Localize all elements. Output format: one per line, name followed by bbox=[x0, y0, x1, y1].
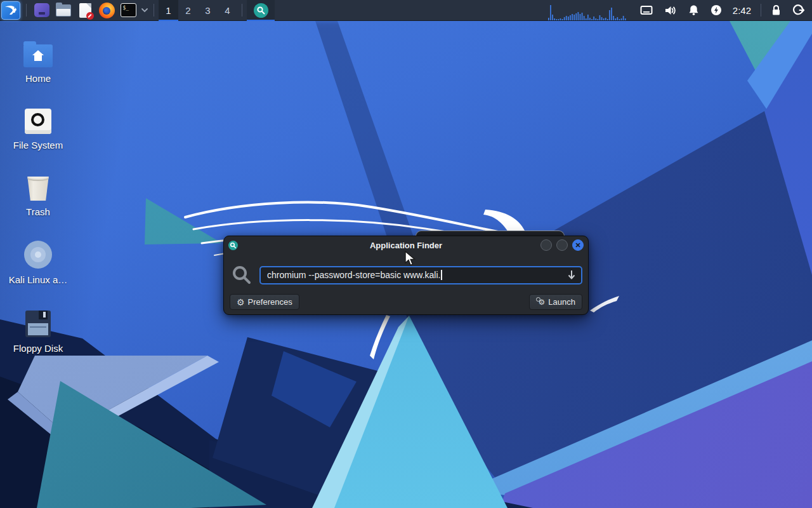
floppy-label-area bbox=[28, 323, 48, 335]
kali-desktop: Home File System Trash Kali Linux a… Flo… bbox=[0, 0, 812, 508]
panel-separator bbox=[761, 4, 761, 17]
workspace-button-4[interactable]: 4 bbox=[218, 0, 237, 21]
preferences-label: Preferences bbox=[248, 297, 292, 307]
search-input[interactable]: chromium --password-store=basic www.kali… bbox=[259, 266, 582, 284]
desktop-icon-label: Trash bbox=[26, 206, 50, 217]
launch-label: Launch bbox=[548, 297, 575, 307]
logout-button[interactable] bbox=[792, 4, 804, 17]
top-panel: $_ 1 2 3 4 bbox=[0, 0, 812, 21]
launcher-files-app[interactable] bbox=[32, 1, 51, 20]
house-glyph bbox=[23, 44, 53, 67]
launch-icon: ⚙ bbox=[536, 298, 546, 306]
desktop-icon-label: File System bbox=[13, 140, 63, 150]
power-icon bbox=[710, 4, 722, 16]
edit-badge bbox=[86, 12, 94, 20]
power-manager-indicator[interactable] bbox=[710, 4, 722, 16]
desktop-icon-label: Floppy Disk bbox=[13, 343, 63, 354]
terminal-icon: $_ bbox=[121, 3, 136, 17]
application-finder-window: Application Finder ✕ chromium --password… bbox=[223, 236, 589, 315]
desktop-icon-label: Kali Linux a… bbox=[9, 274, 68, 285]
lock-screen-button[interactable] bbox=[771, 4, 781, 16]
workspace-button-1[interactable]: 1 bbox=[159, 0, 178, 21]
floppy-icon bbox=[25, 311, 51, 337]
logout-icon bbox=[792, 4, 804, 17]
desktop-icon-label: Home bbox=[25, 73, 51, 84]
launch-button[interactable]: ⚙ Launch bbox=[529, 294, 582, 310]
volume-indicator[interactable] bbox=[664, 5, 677, 16]
floppy-shutter bbox=[39, 311, 48, 319]
launcher-file-manager[interactable] bbox=[54, 1, 73, 20]
taskbar-application-finder[interactable] bbox=[247, 0, 275, 21]
close-icon: ✕ bbox=[575, 241, 580, 250]
magnifier-glyph bbox=[256, 6, 266, 15]
notifications-indicator[interactable] bbox=[688, 4, 699, 16]
lock-icon bbox=[771, 4, 781, 16]
cdrom-icon bbox=[24, 241, 52, 269]
minimize-button[interactable] bbox=[540, 239, 552, 251]
trash-icon bbox=[26, 174, 50, 201]
chevron-down-icon[interactable] bbox=[140, 7, 149, 13]
drive-icon bbox=[25, 109, 51, 134]
search-input-value: chromium --password-store=basic www.kali… bbox=[267, 270, 440, 280]
text-caret bbox=[441, 270, 442, 280]
desktop-icon-home[interactable]: Home bbox=[5, 36, 71, 84]
files-app-icon bbox=[34, 3, 49, 17]
speaker-icon bbox=[664, 5, 677, 16]
bell-icon bbox=[688, 4, 699, 16]
preferences-button[interactable]: ⚙ Preferences bbox=[230, 294, 299, 310]
folder-icon bbox=[56, 4, 71, 17]
workspace-label: 3 bbox=[205, 5, 210, 16]
cpu-graph[interactable] bbox=[548, 4, 628, 20]
firefox-icon bbox=[99, 3, 115, 18]
document-icon bbox=[79, 3, 91, 18]
maximize-button[interactable] bbox=[556, 239, 568, 251]
applications-menu-button[interactable] bbox=[1, 1, 20, 20]
panel-separator bbox=[154, 4, 154, 17]
panel-separator bbox=[242, 4, 242, 17]
application-finder-icon bbox=[254, 3, 268, 18]
desktop-icon-trash[interactable]: Trash bbox=[5, 169, 71, 217]
workspace-label: 1 bbox=[166, 5, 171, 16]
window-icon bbox=[228, 241, 238, 250]
workspace-button-2[interactable]: 2 bbox=[178, 0, 198, 21]
magnifier-glyph bbox=[230, 242, 237, 249]
dropdown-arrow-icon[interactable] bbox=[567, 270, 576, 280]
launcher-terminal[interactable]: $_ bbox=[119, 1, 138, 20]
close-button[interactable]: ✕ bbox=[572, 239, 584, 251]
window-title: Application Finder bbox=[224, 241, 588, 250]
display-indicator[interactable] bbox=[640, 5, 653, 15]
launcher-firefox[interactable] bbox=[97, 1, 116, 20]
display-icon bbox=[640, 5, 653, 15]
gear-icon: ⚙ bbox=[237, 298, 245, 307]
clock[interactable]: 2:42 bbox=[733, 5, 751, 16]
desktop-icon-file-system[interactable]: File System bbox=[5, 102, 71, 150]
drive-ring bbox=[31, 113, 44, 126]
workspace-label: 4 bbox=[225, 5, 230, 16]
workspace-label: 2 bbox=[185, 5, 190, 16]
desktop-icon-kali-cd[interactable]: Kali Linux a… bbox=[5, 237, 71, 285]
panel-separator bbox=[26, 4, 27, 17]
mouse-cursor bbox=[404, 251, 416, 267]
kali-logo-icon bbox=[3, 3, 18, 18]
desktop-icon-floppy[interactable]: Floppy Disk bbox=[5, 305, 71, 354]
workspace-button-3[interactable]: 3 bbox=[198, 0, 218, 21]
search-icon bbox=[232, 265, 252, 285]
launcher-text-editor[interactable] bbox=[75, 1, 95, 20]
home-folder-icon bbox=[23, 44, 53, 67]
